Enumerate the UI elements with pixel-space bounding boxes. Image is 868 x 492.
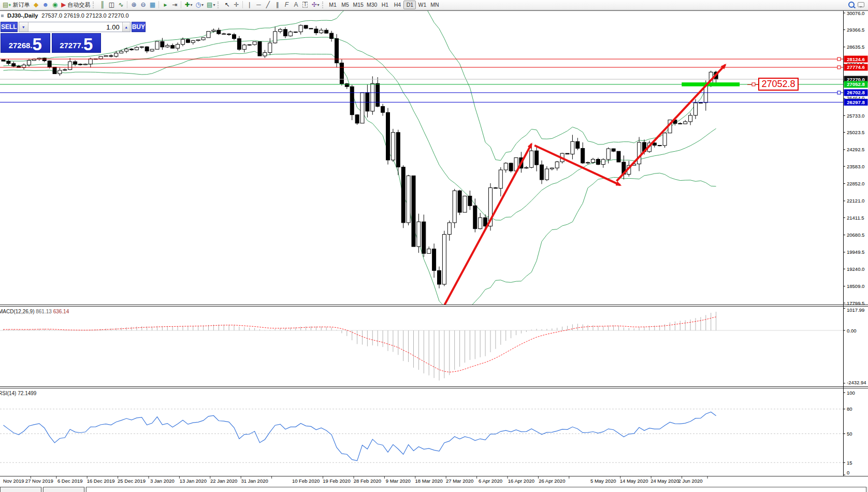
svg-text:18 Mar 2020: 18 Mar 2020 xyxy=(415,478,443,484)
auto-scroll-button[interactable]: ▸ xyxy=(161,1,170,9)
price-annotation-label[interactable]: 27052.8 xyxy=(758,78,799,91)
chart-tab[interactable] xyxy=(0,487,41,492)
text-label-icon: T xyxy=(302,2,308,8)
rsi-name: RSI(14) xyxy=(0,390,16,396)
timeframe-button-H4[interactable]: H4 xyxy=(391,1,403,9)
timeframe-button-H1[interactable]: H1 xyxy=(379,1,391,9)
line-chart-button[interactable]: ∿ xyxy=(116,1,125,9)
crosshair-button[interactable]: ✛ xyxy=(232,1,241,9)
svg-text:13 Jan 2020: 13 Jan 2020 xyxy=(180,478,207,484)
crosshair-icon: ✛ xyxy=(234,2,239,8)
fibonacci-button[interactable]: F xyxy=(282,1,291,9)
bar-chart-icon: ║ xyxy=(100,2,105,8)
svg-text:3 Jan 2020: 3 Jan 2020 xyxy=(150,478,175,484)
chart-shift-icon: ⇥ xyxy=(172,2,177,8)
chart-shift-button[interactable]: ⇥ xyxy=(170,1,179,9)
timeframe-button-D1[interactable]: D1 xyxy=(403,1,416,9)
svg-text:1017.99: 1017.99 xyxy=(847,307,864,313)
trendline-button[interactable]: ╱ xyxy=(263,1,272,9)
timeframe-button-M1[interactable]: M1 xyxy=(327,1,339,9)
main-toolbar: ▤+ 新订单 ◆ ☻ ◉ ▶ 自动交易 ║ ◫ ∿ ⊕ ⊖ ▦ ▸ ⇥ ✚▾ ◷… xyxy=(0,0,868,10)
signal-icon: ◉ xyxy=(52,2,57,8)
horizontal-line-button[interactable]: ─ xyxy=(254,1,263,9)
text-button[interactable]: A xyxy=(291,1,300,9)
toolbar-separator xyxy=(242,1,243,8)
candlestick-chart-button[interactable]: ◫ xyxy=(107,1,116,9)
timeframe-button-W1[interactable]: W1 xyxy=(416,1,428,9)
svg-text:22121.0: 22121.0 xyxy=(847,198,864,204)
svg-text:28 Feb 2020: 28 Feb 2020 xyxy=(354,478,381,484)
svg-text:27 Mar 2020: 27 Mar 2020 xyxy=(446,478,473,484)
search-button[interactable] xyxy=(847,1,856,9)
vertical-line-button[interactable]: ∣ xyxy=(244,1,254,9)
channel-icon: ∥ xyxy=(276,2,279,8)
contacts-button[interactable]: ☻ xyxy=(41,1,51,9)
volume-input[interactable] xyxy=(28,22,122,32)
svg-text:27 Nov 2019: 27 Nov 2019 xyxy=(25,478,53,484)
volume-decrease-button[interactable]: ▼ xyxy=(19,22,28,32)
svg-text:14 May 2020: 14 May 2020 xyxy=(620,478,648,484)
autotrading-label: 自动交易 xyxy=(67,1,90,9)
svg-text:25 Dec 2019: 25 Dec 2019 xyxy=(118,478,146,484)
trendline-icon: ╱ xyxy=(266,2,270,8)
autotrading-button[interactable]: ▶ 自动交易 xyxy=(60,1,92,9)
signal-button[interactable]: ◉ xyxy=(50,1,60,9)
indicators-button[interactable]: ✚▾ xyxy=(183,1,194,9)
templates-button[interactable]: ▤▾ xyxy=(205,1,216,9)
svg-text:0: 0 xyxy=(847,470,849,475)
timeframe-button-M5[interactable]: M5 xyxy=(339,1,352,9)
text-label-button[interactable]: T xyxy=(300,1,310,9)
person-icon: ☻ xyxy=(42,2,49,8)
svg-text:9 Mar 2020: 9 Mar 2020 xyxy=(386,478,411,484)
tile-windows-button[interactable]: ▦ xyxy=(148,1,157,9)
svg-text:6 Apr 2020: 6 Apr 2020 xyxy=(479,478,502,484)
clock-icon: ◷ xyxy=(196,2,201,8)
buy-price-display[interactable]: 27277.5 xyxy=(52,33,102,53)
chart-tab-active[interactable] xyxy=(86,487,866,492)
svg-text:100: 100 xyxy=(847,390,855,396)
autotrading-icon: ▶ xyxy=(61,2,66,8)
timeframe-button-MN[interactable]: MN xyxy=(428,1,441,9)
svg-text:18509.0: 18509.0 xyxy=(847,283,864,289)
sell-button[interactable]: SELL xyxy=(1,22,18,32)
volume-control: ▼ ▲ xyxy=(19,22,131,32)
svg-text:25023.5: 25023.5 xyxy=(847,129,864,135)
chat-button[interactable] xyxy=(856,1,866,9)
zoom-in-button[interactable]: ⊕ xyxy=(129,1,138,9)
chat-icon xyxy=(858,2,864,7)
arrows-button[interactable]: ✣▾ xyxy=(310,1,321,9)
toolbar-grip xyxy=(322,2,325,8)
chevron-down-icon: ▾ xyxy=(191,3,193,7)
timeframe-button-M30[interactable]: M30 xyxy=(365,1,379,9)
timeframe-button-M15[interactable]: M15 xyxy=(352,1,365,9)
chart-tab[interactable] xyxy=(43,487,84,492)
cursor-button[interactable]: ↖ xyxy=(222,1,232,9)
chevron-down-icon: ▾ xyxy=(213,3,215,7)
sell-price-display[interactable]: 27268.5 xyxy=(1,33,50,53)
new-order-button[interactable]: ▤+ 新订单 xyxy=(1,1,32,9)
volume-increase-button[interactable]: ▲ xyxy=(122,22,130,32)
svg-text:27052.8: 27052.8 xyxy=(847,81,864,87)
horizontal-line-icon: ─ xyxy=(256,2,261,8)
date-axis: Nov 201927 Nov 20196 Dec 201916 Dec 2019… xyxy=(3,476,707,484)
svg-text:21411.5: 21411.5 xyxy=(847,215,864,221)
buy-price-big-digit: 5 xyxy=(83,37,93,51)
periods-button[interactable]: ◷▾ xyxy=(194,1,206,9)
chart-canvas[interactable]: 30076.029366.528635.527904.527174.026464… xyxy=(0,0,868,492)
svg-text:Nov 2019: Nov 2019 xyxy=(3,478,24,484)
gold-button[interactable]: ◆ xyxy=(32,1,41,9)
gold-icon: ◆ xyxy=(34,2,38,8)
text-icon: A xyxy=(294,2,298,8)
buy-button[interactable]: BUY xyxy=(132,22,146,32)
timeframe-bar: M1M5M15M30H1H4D1W1MN xyxy=(327,1,441,9)
bar-chart-button[interactable]: ║ xyxy=(97,1,107,9)
channel-button[interactable]: ∥ xyxy=(272,1,282,9)
macd-name: MACD(12,26,9) xyxy=(0,309,34,314)
template-icon: ▤ xyxy=(207,2,212,8)
svg-text:26 Apr 2020: 26 Apr 2020 xyxy=(539,478,565,484)
zoom-out-button[interactable]: ⊖ xyxy=(138,1,148,9)
svg-text:23583.0: 23583.0 xyxy=(847,164,864,169)
svg-text:30076.0: 30076.0 xyxy=(847,10,864,16)
svg-text:24 May 2020: 24 May 2020 xyxy=(650,478,679,484)
trading-terminal-window: 30076.029366.528635.527904.527174.026464… xyxy=(0,0,868,492)
